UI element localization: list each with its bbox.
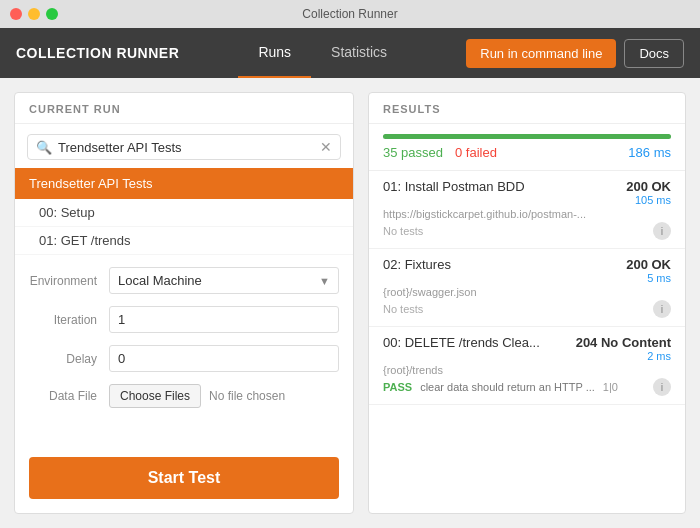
info-icon[interactable]: i bbox=[653, 222, 671, 240]
close-button[interactable] bbox=[10, 8, 22, 20]
summary-stats: 35 passed 0 failed 186 ms bbox=[383, 145, 671, 160]
environment-select[interactable]: Local Machine ▼ bbox=[109, 267, 339, 294]
title-bar: Collection Runner bbox=[0, 0, 700, 28]
search-icon: 🔍 bbox=[36, 140, 52, 155]
info-icon[interactable]: i bbox=[653, 300, 671, 318]
data-file-row: Data File Choose Files No file chosen bbox=[29, 384, 339, 408]
header-actions: Run in command line Docs bbox=[466, 39, 684, 68]
results-list: 01: Install Postman BDD 200 OK 105 ms ht… bbox=[369, 171, 685, 513]
tab-statistics[interactable]: Statistics bbox=[311, 28, 407, 78]
result-row2: No tests i bbox=[383, 222, 671, 240]
progress-bar-fill bbox=[383, 134, 671, 139]
result-url: {root}/trends bbox=[383, 364, 671, 376]
result-time: 2 ms bbox=[647, 350, 671, 362]
search-bar: 🔍 ✕ bbox=[27, 134, 341, 160]
result-item: 00: DELETE /trends Clea... 204 No Conten… bbox=[369, 327, 685, 405]
result-row1: 01: Install Postman BDD 200 OK 105 ms bbox=[383, 179, 671, 206]
current-run-title: CURRENT RUN bbox=[15, 93, 353, 124]
result-pass-count: 1|0 bbox=[603, 381, 618, 393]
search-clear-button[interactable]: ✕ bbox=[320, 139, 332, 155]
result-status-area: 200 OK 5 ms bbox=[626, 257, 671, 284]
docs-button[interactable]: Docs bbox=[624, 39, 684, 68]
window-title: Collection Runner bbox=[302, 7, 397, 21]
result-row2: No tests i bbox=[383, 300, 671, 318]
stat-failed: 0 failed bbox=[455, 145, 497, 160]
collection-sub-item[interactable]: 00: Setup bbox=[15, 199, 353, 227]
collection-header-item[interactable]: Trendsetter API Tests bbox=[15, 168, 353, 199]
environment-label: Environment bbox=[29, 274, 109, 288]
result-name: 02: Fixtures bbox=[383, 257, 626, 272]
chevron-down-icon: ▼ bbox=[319, 275, 330, 287]
result-url: https://bigstickcarpet.github.io/postman… bbox=[383, 208, 671, 220]
delay-input[interactable] bbox=[109, 345, 339, 372]
main-content: CURRENT RUN 🔍 ✕ Trendsetter API Tests 00… bbox=[0, 78, 700, 528]
choose-files-button[interactable]: Choose Files bbox=[109, 384, 201, 408]
result-time: 105 ms bbox=[635, 194, 671, 206]
progress-bar-bg bbox=[383, 134, 671, 139]
result-status-area: 204 No Content 2 ms bbox=[576, 335, 671, 362]
maximize-button[interactable] bbox=[46, 8, 58, 20]
tab-runs[interactable]: Runs bbox=[238, 28, 311, 78]
result-row1: 02: Fixtures 200 OK 5 ms bbox=[383, 257, 671, 284]
header-nav: Runs Statistics bbox=[179, 28, 466, 78]
info-icon[interactable]: i bbox=[653, 378, 671, 396]
results-summary: 35 passed 0 failed 186 ms bbox=[369, 124, 685, 171]
result-pass-desc: clear data should return an HTTP ... bbox=[420, 381, 595, 393]
result-item: 01: Install Postman BDD 200 OK 105 ms ht… bbox=[369, 171, 685, 249]
stats-left: 35 passed 0 failed bbox=[383, 145, 497, 160]
no-file-text: No file chosen bbox=[209, 389, 285, 403]
window-controls[interactable] bbox=[10, 8, 58, 20]
app-logo: COLLECTION RUNNER bbox=[16, 45, 179, 61]
stat-time: 186 ms bbox=[628, 145, 671, 160]
delay-label: Delay bbox=[29, 352, 109, 366]
result-row1: 00: DELETE /trends Clea... 204 No Conten… bbox=[383, 335, 671, 362]
collection-sub-item[interactable]: 01: GET /trends bbox=[15, 227, 353, 255]
result-info-row: PASS clear data should return an HTTP ..… bbox=[383, 381, 618, 393]
iteration-input[interactable] bbox=[109, 306, 339, 333]
result-status-code: 200 OK bbox=[626, 179, 671, 194]
environment-row: Environment Local Machine ▼ bbox=[29, 267, 339, 294]
app-header: COLLECTION RUNNER Runs Statistics Run in… bbox=[0, 28, 700, 78]
stat-passed: 35 passed bbox=[383, 145, 443, 160]
run-command-line-button[interactable]: Run in command line bbox=[466, 39, 616, 68]
result-name: 01: Install Postman BDD bbox=[383, 179, 626, 194]
start-test-area: Start Test bbox=[15, 447, 353, 513]
result-pass-badge: PASS bbox=[383, 381, 412, 393]
environment-value: Local Machine bbox=[118, 273, 202, 288]
result-tests: No tests bbox=[383, 225, 423, 237]
result-status-code: 204 No Content bbox=[576, 335, 671, 350]
start-test-button[interactable]: Start Test bbox=[29, 457, 339, 499]
result-name: 00: DELETE /trends Clea... bbox=[383, 335, 576, 350]
iteration-row: Iteration bbox=[29, 306, 339, 333]
delay-row: Delay bbox=[29, 345, 339, 372]
result-url: {root}/swagger.json bbox=[383, 286, 671, 298]
result-tests: No tests bbox=[383, 303, 423, 315]
minimize-button[interactable] bbox=[28, 8, 40, 20]
result-status-code: 200 OK bbox=[626, 257, 671, 272]
search-input[interactable] bbox=[58, 140, 320, 155]
right-panel: RESULTS 35 passed 0 failed 186 ms 01: In… bbox=[368, 92, 686, 514]
result-status-area: 200 OK 105 ms bbox=[626, 179, 671, 206]
iteration-label: Iteration bbox=[29, 313, 109, 327]
result-item: 02: Fixtures 200 OK 5 ms {root}/swagger.… bbox=[369, 249, 685, 327]
result-time: 5 ms bbox=[647, 272, 671, 284]
form-section: Environment Local Machine ▼ Iteration De… bbox=[15, 255, 353, 447]
collection-list: Trendsetter API Tests 00: Setup 01: GET … bbox=[15, 168, 353, 255]
data-file-label: Data File bbox=[29, 389, 109, 403]
result-row2: PASS clear data should return an HTTP ..… bbox=[383, 378, 671, 396]
left-panel: CURRENT RUN 🔍 ✕ Trendsetter API Tests 00… bbox=[14, 92, 354, 514]
results-title: RESULTS bbox=[369, 93, 685, 124]
